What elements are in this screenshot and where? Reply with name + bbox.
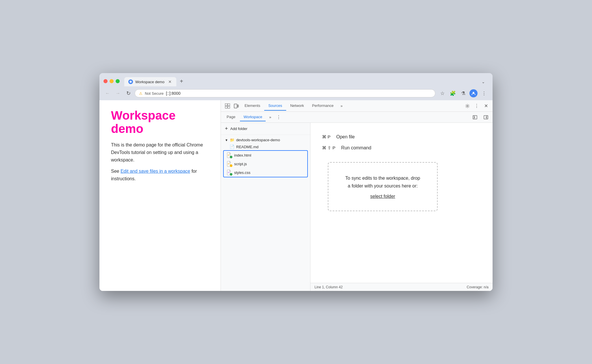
back-icon: ← <box>105 91 110 96</box>
folder-expand-icon: ▼ <box>225 138 228 142</box>
svg-point-8 <box>467 105 468 107</box>
svg-rect-2 <box>225 104 227 106</box>
stylescss-dot <box>230 173 232 176</box>
page-description: This is the demo page for the official C… <box>111 141 209 164</box>
profile-picture-button[interactable] <box>469 89 478 98</box>
devtools-top-right: ⋮ ✕ <box>463 102 490 110</box>
indexhtml-file[interactable]: index.html <box>224 151 307 159</box>
devtools-close-button[interactable]: ✕ <box>482 102 490 110</box>
sources-tab-page[interactable]: Page <box>223 113 239 121</box>
toolbar-icons: ☆ 🧩 ⚗ ⋮ <box>438 89 489 98</box>
scriptjs-icon <box>227 161 232 167</box>
svg-rect-4 <box>225 106 227 108</box>
svg-rect-18 <box>228 164 229 165</box>
svg-rect-20 <box>228 172 230 172</box>
run-command-keys: ⌘ ⇧ P <box>322 145 335 151</box>
add-folder-label: Add folder <box>230 127 247 131</box>
open-file-label: Open file <box>336 134 355 140</box>
tab-elements[interactable]: Elements <box>240 101 264 111</box>
tab-close-button[interactable]: ✕ <box>168 79 172 84</box>
svg-rect-7 <box>238 105 238 107</box>
indexhtml-filename: index.html <box>234 153 251 157</box>
security-icon: ⚠ <box>139 91 143 96</box>
inspect-element-button[interactable] <box>223 102 232 110</box>
folder-icon: 📁 <box>230 138 234 142</box>
open-file-keys: ⌘ P <box>322 134 330 140</box>
hide-navigator-button[interactable] <box>471 113 479 122</box>
shortcuts-area: ⌘ P Open file ⌘ ⇧ P Run command To sync … <box>310 123 493 283</box>
tab-sources[interactable]: Sources <box>264 101 286 111</box>
forward-icon: → <box>116 91 120 96</box>
workspace-drop-zone[interactable]: To sync edits to the workspace, drop a f… <box>328 162 438 211</box>
address-bar[interactable]: ⚠ Not Secure [::]:8000 <box>135 89 435 97</box>
stylescss-icon <box>227 170 232 175</box>
scriptjs-file[interactable]: script.js <box>224 159 307 168</box>
plus-icon: + <box>225 126 228 132</box>
new-tab-button[interactable]: + <box>176 76 187 86</box>
select-folder-link[interactable]: select folder <box>370 194 395 199</box>
content-area: Workspace demo This is the demo page for… <box>99 100 493 291</box>
chrome-menu-button[interactable]: ⋮ <box>479 89 489 98</box>
toolbar: ← → ↻ ⚠ Not Secure [::]:8000 ☆ 🧩 ⚗ <box>99 86 493 100</box>
svg-rect-17 <box>228 163 230 164</box>
tab-title: Workspace demo <box>135 80 165 84</box>
url-text: [::]:8000 <box>166 91 181 96</box>
devtools-tabs: Elements Sources Network Performance » <box>240 101 463 111</box>
device-mode-button[interactable] <box>232 102 240 110</box>
more-tabs-button[interactable]: » <box>338 101 345 110</box>
browser-window: Workspace demo ✕ + ⌄ ← → ↻ ⚠ Not Secure … <box>99 73 493 291</box>
svg-rect-3 <box>228 104 230 106</box>
editor-main: ⌘ P Open file ⌘ ⇧ P Run command To sync … <box>310 123 493 283</box>
workspace-tutorial-link[interactable]: Edit and save files in a workspace <box>121 169 190 174</box>
close-button[interactable] <box>103 79 108 83</box>
svg-rect-9 <box>473 116 477 119</box>
svg-rect-5 <box>228 106 230 108</box>
cursor-position: Line 1, Column 42 <box>314 285 343 289</box>
refresh-icon: ↻ <box>126 90 131 96</box>
sources-tab-workspace[interactable]: Workspace <box>240 113 266 121</box>
devtools-more-options[interactable]: ⋮ <box>472 102 481 110</box>
devtools-statusbar: Line 1, Column 42 Coverage: n/a <box>310 283 493 291</box>
drop-text-line1: To sync edits to the workspace, drop <box>345 176 420 181</box>
collapse-panel-button[interactable] <box>482 113 490 122</box>
scriptjs-dot <box>230 164 232 167</box>
avatar <box>469 89 478 97</box>
menu-icon: ⋮ <box>482 90 486 96</box>
drop-text: To sync edits to the workspace, drop a f… <box>345 174 420 190</box>
tab-bar: Workspace demo ✕ + ⌄ <box>124 76 489 86</box>
tab-favicon <box>128 79 133 84</box>
svg-rect-14 <box>228 155 230 155</box>
indexhtml-icon <box>227 152 232 158</box>
bookmark-button[interactable]: ☆ <box>438 89 447 98</box>
sources-bar: Page Workspace » ⋮ <box>221 112 493 123</box>
browser-tab[interactable]: Workspace demo ✕ <box>124 77 176 86</box>
extensions-button[interactable]: 🧩 <box>448 89 457 98</box>
tab-network[interactable]: Network <box>286 101 308 111</box>
scriptjs-filename: script.js <box>234 162 247 166</box>
devtools-toggle-button[interactable]: ⚗ <box>458 89 468 98</box>
workspace-folder[interactable]: ▼ 📁 devtools-workspace-demo <box>221 137 310 143</box>
minimize-button[interactable] <box>110 79 114 83</box>
readme-file[interactable]: 📄 README.md <box>221 143 310 150</box>
refresh-button[interactable]: ↻ <box>124 89 132 97</box>
back-button[interactable]: ← <box>103 89 112 97</box>
link-prefix: See <box>111 169 121 174</box>
page-link-paragraph: See Edit and save files in a workspace f… <box>111 168 209 182</box>
stylescss-file[interactable]: styles.css <box>224 168 307 177</box>
add-folder-button[interactable]: + Add folder <box>221 123 310 135</box>
sources-more-tabs-button[interactable]: » <box>267 113 273 121</box>
tab-overflow-button[interactable]: ⌄ <box>478 77 489 86</box>
sources-options-button[interactable]: ⋮ <box>275 113 283 122</box>
svg-rect-15 <box>228 155 229 156</box>
tab-performance[interactable]: Performance <box>308 101 338 111</box>
file-tree-panel: + Add folder ▼ 📁 devtools-workspace-demo… <box>221 123 310 291</box>
devtools-topbar: Elements Sources Network Performance » <box>221 100 493 112</box>
forward-button[interactable]: → <box>114 89 122 97</box>
open-file-shortcut: ⌘ P Open file <box>322 134 355 140</box>
maximize-button[interactable] <box>116 79 120 83</box>
devtools-settings-button[interactable] <box>463 102 472 110</box>
webpage: Workspace demo This is the demo page for… <box>99 100 221 291</box>
drop-text-line2: a folder with your sources here or: <box>348 183 418 188</box>
security-label: Not Secure <box>145 91 164 96</box>
stylescss-filename: styles.css <box>234 170 250 175</box>
